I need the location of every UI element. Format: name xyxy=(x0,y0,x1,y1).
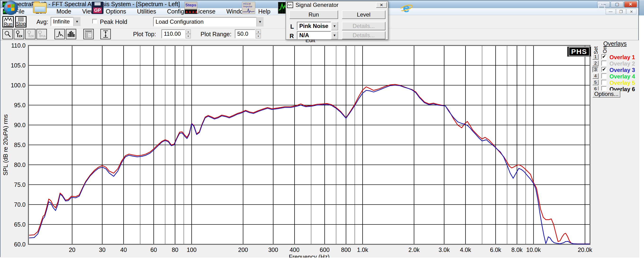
taskbar-ie-icon[interactable]: e xyxy=(399,1,414,14)
overlay-set-button-4[interactable]: 4 xyxy=(592,73,598,79)
overlay-label-4: Overlay 4 xyxy=(610,73,635,80)
signal-generator-title: Signal Generator xyxy=(296,2,376,8)
svg-text:4.0k: 4.0k xyxy=(460,246,471,253)
right-signal-dropdown[interactable]: N/A ▼ xyxy=(297,31,338,39)
svg-text:20.0k: 20.0k xyxy=(578,246,592,253)
svg-text:65.0: 65.0 xyxy=(14,221,26,228)
svg-text:80.0: 80.0 xyxy=(14,162,26,168)
overlay-set-button-3[interactable]: 3 xyxy=(592,67,598,72)
taskbar-steps-icon[interactable]: Steps▲▲▲▲ xyxy=(183,1,198,14)
show-desktop-button[interactable] xyxy=(639,0,644,16)
generator-level-button[interactable]: Level xyxy=(342,10,386,19)
overlay-row-3: 3✔Overlay 3 xyxy=(591,67,638,73)
svg-text:100: 100 xyxy=(186,246,196,253)
svg-text:40: 40 xyxy=(120,246,127,253)
overlays-panel: Overlays Set On 1✔Overlay 12Overlay 23✔O… xyxy=(591,40,638,135)
overlay-on-checkbox-2[interactable] xyxy=(602,60,606,66)
desktop: SpectraPLUS - FFT Spectral Analysis Syst… xyxy=(0,0,644,277)
overlay-row-4: 4Overlay 4 xyxy=(591,73,638,80)
svg-text:75.0: 75.0 xyxy=(14,181,26,188)
phs-logo: PHS xyxy=(568,47,591,56)
right-details-button[interactable]: Details... xyxy=(342,31,386,39)
taskbar-gp-icon[interactable]: GP xyxy=(90,1,105,14)
svg-text:110.0: 110.0 xyxy=(11,42,26,49)
overlay-label-2: Overlay 2 xyxy=(610,60,635,67)
svg-text:85.0: 85.0 xyxy=(14,142,26,148)
svg-text:1.0k: 1.0k xyxy=(357,246,368,253)
overlay-set-button-1[interactable]: 1 xyxy=(592,54,598,60)
svg-text:80: 80 xyxy=(172,246,178,253)
svg-text:10.0k: 10.0k xyxy=(526,246,541,253)
svg-text:90.0: 90.0 xyxy=(14,122,26,128)
svg-text:60: 60 xyxy=(150,246,157,253)
svg-text:800: 800 xyxy=(341,246,351,253)
right-channel-label: R xyxy=(290,33,294,40)
left-details-button[interactable]: Details... xyxy=(342,22,386,30)
overlay-on-checkbox-5[interactable] xyxy=(602,80,606,85)
overlay-label-1: Overlay 1 xyxy=(610,54,635,60)
svg-text:Frequency (Hz): Frequency (Hz) xyxy=(289,254,330,258)
chevron-down-icon[interactable]: ▼ xyxy=(331,31,338,39)
svg-text:8.0k: 8.0k xyxy=(512,246,523,253)
svg-text:95.0: 95.0 xyxy=(14,102,26,108)
svg-text:300: 300 xyxy=(268,246,278,253)
svg-text:60.0: 60.0 xyxy=(14,241,26,248)
signal-generator-icon xyxy=(287,2,293,8)
overlay-row-2: 2Overlay 2 xyxy=(591,60,638,67)
dialog-close-icon[interactable]: ✕ xyxy=(376,2,387,8)
power-plug-icon[interactable] xyxy=(598,5,605,11)
overlay-label-3: Overlay 3 xyxy=(610,67,635,74)
overlay-label-5: Overlay 5 xyxy=(610,80,635,86)
left-channel-label: L xyxy=(290,23,294,30)
svg-text:100.0: 100.0 xyxy=(11,82,26,88)
svg-text:70.0: 70.0 xyxy=(14,201,26,208)
overlay-set-button-2[interactable]: 2 xyxy=(592,60,598,66)
overlay-on-checkbox-1[interactable]: ✔ xyxy=(602,54,606,60)
set-column-label: Set xyxy=(593,46,599,54)
overlay-on-checkbox-3[interactable]: ✔ xyxy=(602,67,606,72)
svg-text:400: 400 xyxy=(290,246,300,253)
on-column-label: On xyxy=(602,46,608,53)
svg-text:600: 600 xyxy=(320,246,330,253)
left-signal-dropdown[interactable]: Pink Noise ▼ xyxy=(297,22,338,30)
start-button[interactable] xyxy=(3,1,18,15)
overlay-on-checkbox-4[interactable] xyxy=(602,74,606,78)
clipped-edit-text: Edit xyxy=(306,40,320,43)
taskbar-explorer-icon[interactable] xyxy=(32,1,47,14)
generator-run-button[interactable]: Run xyxy=(289,10,338,19)
svg-text:20: 20 xyxy=(69,246,76,253)
overlay-row-1: 1✔Overlay 1 xyxy=(591,54,638,60)
overlays-options-button[interactable]: Options... xyxy=(592,90,620,98)
svg-text:SPL (dB re 20uPA) rms: SPL (dB re 20uPA) rms xyxy=(2,114,9,176)
signal-generator-dialog: Signal Generator ✕ Run Level L Pink Nois… xyxy=(286,1,388,40)
windows-flag-icon xyxy=(7,4,14,11)
svg-text:6.0k: 6.0k xyxy=(490,246,502,253)
overlays-heading: Overlays xyxy=(603,40,627,47)
overlay-set-button-5[interactable]: 5 xyxy=(592,80,598,85)
svg-text:2.0k: 2.0k xyxy=(408,246,420,253)
svg-text:3.0k: 3.0k xyxy=(438,246,450,253)
overlay-row-5: 5Overlay 5 xyxy=(591,80,638,86)
svg-text:200: 200 xyxy=(238,246,248,253)
svg-text:105.0: 105.0 xyxy=(11,62,26,69)
svg-text:30: 30 xyxy=(99,246,106,253)
signal-generator-titlebar[interactable]: Signal Generator ✕ xyxy=(286,2,388,8)
chevron-down-icon[interactable]: ▼ xyxy=(331,22,338,30)
